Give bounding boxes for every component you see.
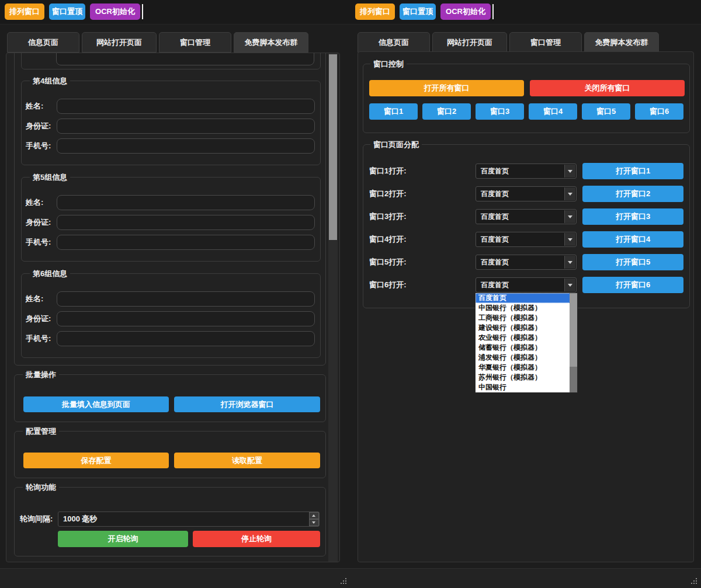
- phone-input[interactable]: [57, 235, 315, 250]
- window-topmost-button[interactable]: 窗口置顶: [400, 4, 436, 20]
- resize-grip-icon[interactable]: [341, 578, 347, 584]
- tab-info-page[interactable]: 信息页面: [358, 32, 430, 53]
- window-topmost-button[interactable]: 窗口置顶: [49, 4, 85, 20]
- tab-bar: 信息页面 网站打开页面 窗口管理 免费脚本发布群: [7, 32, 308, 53]
- window4-page-select[interactable]: 百度首页: [476, 232, 577, 247]
- open-window-4-button[interactable]: 打开窗口4: [582, 231, 683, 248]
- toolbar-separator: [492, 4, 494, 19]
- chevron-down-icon: [564, 279, 575, 291]
- ocr-init-button[interactable]: OCR初始化: [440, 4, 491, 20]
- id-input[interactable]: [57, 119, 315, 134]
- window2-open-label: 窗口2打开:: [369, 186, 407, 201]
- window1-page-select[interactable]: 百度首页: [476, 163, 577, 179]
- select-value: 百度首页: [481, 258, 509, 266]
- phone-input[interactable]: [57, 331, 315, 346]
- dropdown-option-selected[interactable]: 百度首页: [476, 293, 570, 303]
- dropdown-option[interactable]: 中国银行: [476, 382, 570, 392]
- chevron-down-icon: [564, 256, 575, 269]
- start-polling-button[interactable]: 开启轮询: [58, 531, 188, 547]
- status-bar: [0, 568, 350, 588]
- open-browser-window-button[interactable]: 打开浏览器窗口: [174, 396, 320, 412]
- name-input[interactable]: [57, 291, 315, 307]
- window6-page-select[interactable]: 百度首页: [476, 277, 577, 293]
- tab-website-open-page[interactable]: 网站打开页面: [432, 32, 507, 53]
- window-6-button[interactable]: 窗口6: [635, 103, 683, 120]
- batch-fill-button[interactable]: 批量填入信息到页面: [23, 396, 169, 412]
- tab-free-script-group[interactable]: 免费脚本发布群: [234, 32, 308, 53]
- id-input[interactable]: [57, 215, 315, 230]
- dropdown-scrollbar-thumb[interactable]: [570, 293, 577, 367]
- spinner-down-button[interactable]: [309, 519, 319, 526]
- polling-interval-input[interactable]: [58, 512, 320, 527]
- resize-grip-icon[interactable]: [691, 578, 697, 584]
- window-2-button[interactable]: 窗口2: [422, 103, 471, 120]
- dropdown-option[interactable]: 储蓄银行（模拟器）: [476, 343, 570, 353]
- name-input[interactable]: [57, 99, 315, 114]
- arrange-windows-button[interactable]: 排列窗口: [355, 4, 395, 20]
- group-title: 轮询功能: [23, 482, 59, 492]
- spinner-up-button[interactable]: [309, 512, 319, 519]
- window-1-button[interactable]: 窗口1: [369, 103, 418, 120]
- open-window-3-button[interactable]: 打开窗口3: [582, 208, 683, 225]
- load-config-button[interactable]: 读取配置: [174, 453, 320, 468]
- tab-website-open-page[interactable]: 网站打开页面: [82, 32, 157, 53]
- window-5-button[interactable]: 窗口5: [582, 103, 630, 120]
- arrange-windows-button[interactable]: 排列窗口: [5, 4, 44, 20]
- open-window-2-button[interactable]: 打开窗口2: [582, 186, 683, 202]
- open-window-5-button[interactable]: 打开窗口5: [582, 254, 683, 270]
- tab-bar: 信息页面 网站打开页面 窗口管理 免费脚本发布群: [358, 32, 659, 53]
- id-input[interactable]: [57, 311, 315, 326]
- window2-page-select[interactable]: 百度首页: [476, 186, 577, 201]
- vertical-scrollbar[interactable]: [328, 53, 338, 562]
- chevron-down-icon: [564, 165, 575, 178]
- select-value: 百度首页: [481, 235, 509, 243]
- close-all-windows-button[interactable]: 关闭所有窗口: [530, 80, 685, 96]
- select-value: 百度首页: [481, 167, 509, 175]
- save-config-button[interactable]: 保存配置: [23, 453, 169, 468]
- open-window-1-button[interactable]: 打开窗口1: [582, 163, 683, 179]
- info-group-4: 第4组信息 姓名: 身份证: 手机号:: [21, 81, 321, 165]
- tab-window-manage[interactable]: 窗口管理: [159, 32, 231, 53]
- dropdown-option[interactable]: 浦发银行（模拟器）: [476, 353, 570, 363]
- window3-page-select[interactable]: 百度首页: [476, 209, 577, 224]
- dropdown-scrollbar[interactable]: [570, 293, 577, 392]
- chevron-down-icon: [564, 233, 575, 246]
- dropdown-option[interactable]: 华夏银行（模拟器）: [476, 363, 570, 373]
- phone-input[interactable]: [57, 138, 315, 154]
- dropdown-option[interactable]: 农业银行（模拟器）: [476, 333, 570, 343]
- tab-window-manage[interactable]: 窗口管理: [509, 32, 582, 53]
- group-title: 窗口控制: [370, 59, 407, 69]
- group-title: 窗口页面分配: [370, 140, 422, 149]
- batch-operations-group: 批量操作 批量填入信息到页面 打开浏览器窗口: [14, 374, 326, 422]
- group-title: 批量操作: [23, 370, 59, 380]
- open-all-windows-button[interactable]: 打开所有窗口: [369, 80, 524, 96]
- page-assignment-group: 窗口页面分配 窗口1打开: 百度首页 打开窗口1 窗口2打开: 百度首页 打开窗…: [363, 144, 690, 308]
- window3-open-label: 窗口3打开:: [369, 209, 407, 224]
- open-window-6-button[interactable]: 打开窗口6: [582, 277, 683, 293]
- ocr-init-button[interactable]: OCR初始化: [90, 4, 140, 20]
- name-input[interactable]: [57, 195, 315, 210]
- phone-label: 手机号:: [26, 235, 51, 250]
- tab-free-script-group[interactable]: 免费脚本发布群: [584, 32, 659, 53]
- tab-info-page[interactable]: 信息页面: [7, 32, 79, 53]
- info-group-6: 第6组信息 姓名: 身份证: 手机号:: [21, 273, 321, 358]
- left-app-window: 排列窗口 窗口置顶 OCR初始化 信息页面 网站打开页面 窗口管理 免费脚本发布…: [0, 0, 350, 588]
- dropdown-option[interactable]: 建设银行（模拟器）: [476, 323, 570, 333]
- dropdown-option[interactable]: 工商银行（模拟器）: [476, 313, 570, 323]
- toolbar-separator: [142, 4, 143, 19]
- select-value: 百度首页: [481, 190, 509, 198]
- phone-label: 手机号:: [26, 138, 51, 154]
- scrollbar-thumb[interactable]: [329, 54, 337, 240]
- window-3-button[interactable]: 窗口3: [476, 103, 524, 120]
- window-manage-panel: 窗口控制 打开所有窗口 关闭所有窗口 窗口1 窗口2 窗口3 窗口4 窗口5 窗…: [358, 51, 694, 562]
- stop-polling-button[interactable]: 停止轮询: [193, 531, 320, 547]
- window6-open-label: 窗口6打开:: [369, 277, 407, 293]
- window5-page-select[interactable]: 百度首页: [476, 255, 577, 270]
- name-label: 姓名:: [26, 291, 43, 307]
- window-4-button[interactable]: 窗口4: [529, 103, 577, 120]
- page-select-dropdown-list: 百度首页 中国银行（模拟器） 工商银行（模拟器） 建设银行（模拟器） 农业银行（…: [475, 293, 578, 393]
- group-title: 第6组信息: [30, 269, 70, 279]
- dropdown-option[interactable]: 苏州银行（模拟器）: [476, 373, 570, 382]
- chevron-down-icon: [564, 187, 575, 200]
- dropdown-option[interactable]: 中国银行（模拟器）: [476, 303, 570, 313]
